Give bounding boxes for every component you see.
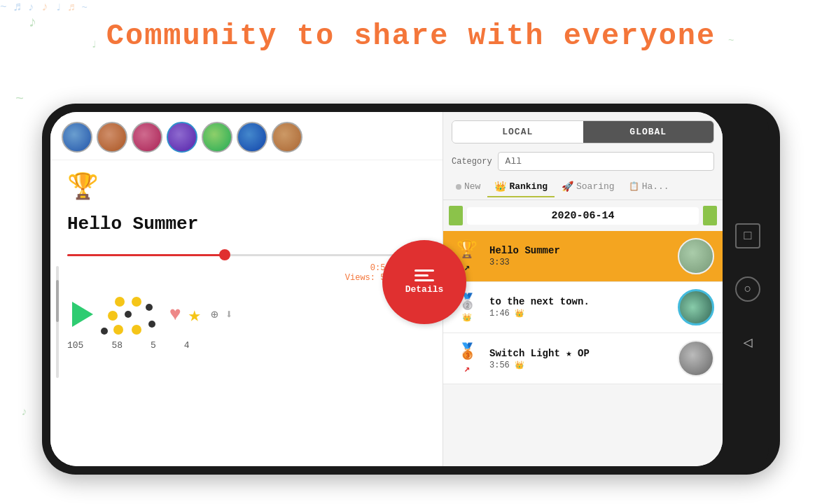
- tab-global[interactable]: GLOBAL: [583, 121, 714, 143]
- phone-device: 🏆 Hello Summer 0:50 / 1:49 Views: 535 vi…: [42, 104, 780, 475]
- sub-tab-soaring-label: Soaring: [576, 181, 615, 192]
- avatar-6[interactable]: [237, 122, 267, 153]
- details-lines-icon: [415, 270, 434, 281]
- nav-back-button[interactable]: ◁: [735, 330, 760, 355]
- rank-avatar-2: [678, 289, 714, 326]
- progress-area[interactable]: [50, 240, 443, 260]
- rank-duration-1: 3:33: [489, 258, 671, 267]
- details-button[interactable]: Details: [382, 240, 466, 324]
- rank-title-3: Switch Light ★ OP: [489, 347, 671, 359]
- progress-thumb[interactable]: [219, 249, 230, 260]
- rank-song-info-3: Switch Light ★ OP 3:56 👑: [489, 347, 671, 370]
- scroll-thumb[interactable]: [56, 280, 59, 322]
- progress-track[interactable]: [67, 254, 426, 256]
- avatar-3[interactable]: [132, 122, 162, 153]
- rank-duration-2: 1:46 👑: [489, 309, 671, 318]
- scroll-track: [56, 266, 59, 378]
- sub-tab-more[interactable]: 📋 Ha...: [622, 177, 676, 196]
- sub-tab-soaring[interactable]: 🚀 Soaring: [555, 176, 622, 197]
- tab-bar: LOCAL GLOBAL: [452, 120, 714, 144]
- rank-crown-2: 👑: [462, 313, 472, 322]
- avatar-7[interactable]: [272, 122, 302, 153]
- rank-crown-small-2: 👑: [515, 309, 524, 318]
- rank-avatar-1: [678, 238, 714, 274]
- sub-tab-more-label: Ha...: [642, 181, 669, 192]
- details-label: Details: [405, 284, 444, 295]
- rank-badge-3: 🥉 ↗: [452, 342, 482, 374]
- avatar-1[interactable]: [62, 122, 92, 153]
- tab-local[interactable]: LOCAL: [452, 121, 583, 143]
- main-title: Community to share with everyone: [0, 20, 822, 53]
- dot-cluster: [101, 290, 164, 339]
- date-prev-button[interactable]: [449, 206, 463, 225]
- like-count: 105: [67, 340, 83, 351]
- sub-tab-more-icon: 📋: [629, 181, 639, 192]
- sub-tab-new-label: New: [464, 181, 480, 192]
- sub-tab-bar: New 👑 Ranking 🚀 Soaring 📋 Ha...: [443, 174, 723, 200]
- star-icon[interactable]: ★: [188, 302, 201, 328]
- nav-square-button[interactable]: □: [735, 223, 760, 248]
- sub-tab-ranking[interactable]: 👑 Ranking: [487, 176, 555, 197]
- rank-title-1: Hello Summer: [489, 245, 671, 256]
- rank-trophy-1: 🏆: [457, 239, 478, 260]
- share-count: 5: [151, 340, 156, 351]
- action-counts: 105 58 5 4: [50, 340, 443, 351]
- soaring-icon: 🚀: [562, 181, 573, 192]
- views-count: Views: 535 views: [67, 273, 426, 283]
- rank-title-2: to the next town.: [489, 296, 671, 307]
- date-row: 2020-06-14: [443, 200, 723, 231]
- progress-fill: [67, 254, 225, 256]
- category-select[interactable]: All: [498, 152, 714, 171]
- rank-avatar-3: [678, 340, 714, 377]
- avatar-2[interactable]: [97, 122, 127, 153]
- right-panel: LOCAL GLOBAL Category All New 👑: [443, 112, 723, 466]
- back-icon: ◁: [743, 333, 752, 352]
- phone-nav: □ ○ ◁: [727, 104, 769, 475]
- rank-duration-3: 3:56 👑: [489, 360, 671, 370]
- date-display: 2020-06-14: [467, 207, 699, 225]
- play-button[interactable]: [67, 299, 98, 330]
- square-icon: □: [744, 229, 752, 243]
- category-label: Category: [452, 157, 492, 167]
- phone-body: 🏆 Hello Summer 0:50 / 1:49 Views: 535 vi…: [42, 104, 780, 475]
- download-icon[interactable]: ⬇: [225, 307, 233, 322]
- new-dot-icon: [456, 184, 461, 190]
- trophy-area: 🏆: [50, 160, 443, 208]
- rank-trophy-3: 🥉: [458, 342, 477, 361]
- sub-tab-new[interactable]: New: [449, 177, 487, 196]
- sub-tab-ranking-label: Ranking: [509, 181, 548, 192]
- play-icon: [72, 302, 93, 327]
- details-line-1: [415, 270, 434, 272]
- date-next-button[interactable]: [703, 206, 717, 225]
- nav-circle-button[interactable]: ○: [735, 276, 760, 302]
- download-count: 4: [184, 340, 190, 351]
- rank-crown-small-3: 👑: [515, 361, 524, 370]
- details-line-3: [415, 279, 434, 281]
- rank-arrow-red-3: ↗: [464, 363, 470, 374]
- details-line-2: [415, 274, 429, 276]
- avatar-5[interactable]: [202, 122, 232, 153]
- rank-song-info-1: Hello Summer 3:33: [489, 245, 671, 267]
- heart-count: 58: [111, 340, 123, 351]
- heart-icon[interactable]: ♥: [169, 304, 181, 326]
- avatar-4[interactable]: [167, 122, 197, 153]
- ranking-item-1[interactable]: 🏆 ↗ Hello Summer 3:33: [443, 231, 723, 282]
- crown-icon: 👑: [494, 181, 506, 192]
- circle-icon: ○: [744, 282, 752, 296]
- ranking-item-3[interactable]: 🥉 ↗ Switch Light ★ OP 3:56 👑: [443, 333, 723, 384]
- avatar-row: [50, 112, 443, 160]
- ranking-item-2[interactable]: 🥈 👑 to the next town. 1:46 👑: [443, 282, 723, 333]
- ranking-list: 🏆 ↗ Hello Summer 3:33 🥈 👑: [443, 231, 723, 384]
- category-row: Category All: [443, 149, 723, 174]
- trophy-icon: 🏆: [67, 174, 99, 202]
- rank-song-info-2: to the next town. 1:46 👑: [489, 296, 671, 318]
- time-display: 0:50 / 1:49: [67, 263, 426, 273]
- share-icon[interactable]: ⊕: [211, 307, 218, 322]
- song-title-left: Hello Summer: [50, 208, 443, 240]
